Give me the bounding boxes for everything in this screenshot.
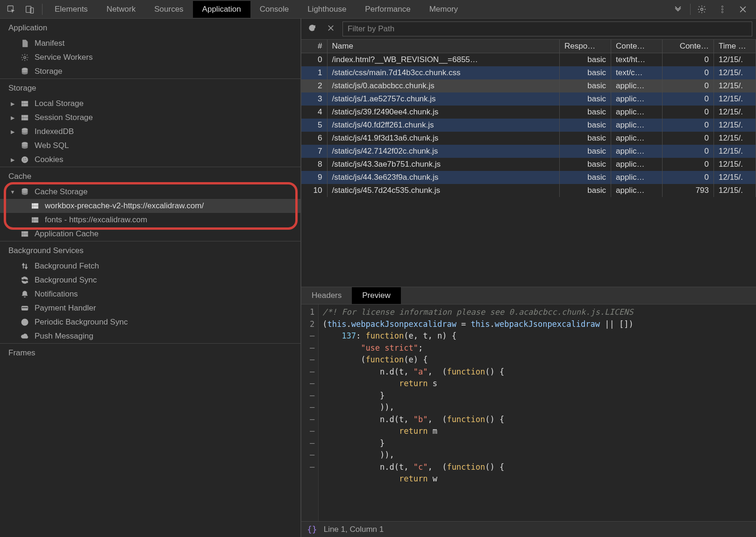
table-header[interactable]: # bbox=[301, 40, 327, 53]
filter-input[interactable] bbox=[342, 21, 752, 36]
panel-tab-sources[interactable]: Sources bbox=[145, 1, 193, 18]
sidebar-item-label: fonts - https://excalidraw.com bbox=[45, 215, 147, 225]
settings-button[interactable] bbox=[693, 2, 710, 17]
sidebar-item-label: Cookies bbox=[35, 155, 63, 164]
inspect-element-button[interactable] bbox=[2, 2, 21, 17]
sidebar-item-indexeddb[interactable]: ▶IndexedDB bbox=[0, 125, 300, 139]
panel-tab-network[interactable]: Network bbox=[97, 1, 145, 18]
panel-tab-console[interactable]: Console bbox=[250, 1, 298, 18]
preview-pane: HeadersPreview 1 2 – – – – – – – – – – –… bbox=[301, 287, 756, 537]
svg-rect-26 bbox=[34, 204, 38, 206]
sidebar-item-label: Local Storage bbox=[35, 99, 84, 108]
device-toolbar-button[interactable] bbox=[21, 2, 39, 17]
sidebar-item-label: Cache Storage bbox=[35, 187, 87, 197]
section-storage: Storage bbox=[0, 78, 300, 97]
svg-rect-11 bbox=[21, 104, 23, 106]
more-tabs-button[interactable] bbox=[669, 2, 687, 17]
table-row[interactable]: 3/static/js/1.ae52757c.chunk.jsbasicappl… bbox=[301, 92, 756, 106]
sidebar-item-local-storage[interactable]: ▶Local Storage bbox=[0, 97, 300, 111]
code-viewer[interactable]: 1 2 – – – – – – – – – – – – /*! For lice… bbox=[301, 304, 756, 521]
panel-tab-memory[interactable]: Memory bbox=[420, 1, 467, 18]
table-header[interactable]: Conte… bbox=[611, 40, 663, 53]
sync-icon bbox=[20, 276, 30, 284]
svg-rect-31 bbox=[32, 220, 33, 223]
close-devtools-button[interactable] bbox=[735, 2, 751, 17]
table-row[interactable]: 9/static/js/44.3e623f9a.chunk.jsbasicapp… bbox=[301, 171, 756, 184]
svg-rect-29 bbox=[32, 218, 33, 220]
table-header[interactable]: Respo… bbox=[560, 40, 611, 53]
separator bbox=[42, 4, 43, 15]
sidebar-item-background-fetch[interactable]: ▶Background Fetch bbox=[0, 259, 300, 273]
svg-point-20 bbox=[23, 159, 24, 160]
svg-point-21 bbox=[25, 158, 26, 159]
table-header[interactable]: Time … bbox=[714, 40, 756, 53]
sidebar-item-session-storage[interactable]: ▶Session Storage bbox=[0, 111, 300, 125]
preview-tab-headers[interactable]: Headers bbox=[301, 287, 352, 304]
grid-icon bbox=[20, 113, 30, 122]
table-row[interactable]: 2/static/js/0.acabcbcc.chunk.jsbasicappl… bbox=[301, 79, 756, 92]
refresh-button[interactable] bbox=[305, 22, 319, 36]
pretty-print-button[interactable]: {} bbox=[307, 524, 317, 534]
table-header[interactable]: Name bbox=[327, 40, 560, 53]
code-gutter: 1 2 – – – – – – – – – – – – bbox=[301, 304, 319, 521]
table-row[interactable]: 7/static/js/42.7142f02c.chunk.jsbasicapp… bbox=[301, 145, 756, 158]
panel-tab-performance[interactable]: Performance bbox=[356, 1, 420, 18]
sidebar-item-label: Periodic Background Sync bbox=[35, 318, 128, 327]
svg-rect-10 bbox=[23, 101, 28, 104]
sidebar-item-web-sql[interactable]: ▶Web SQL bbox=[0, 139, 300, 153]
sidebar-item-cache-storage[interactable]: ▼Cache Storage bbox=[0, 185, 300, 199]
table-row[interactable]: 6/static/js/41.9f3d13a6.chunk.jsbasicapp… bbox=[301, 132, 756, 145]
database-icon bbox=[20, 141, 30, 150]
cloud-icon bbox=[20, 332, 30, 340]
code-status-bar: {} Line 1, Column 1 bbox=[301, 521, 756, 537]
sidebar-item-label: workbox-precache-v2-https://excalidraw.c… bbox=[45, 201, 204, 211]
preview-tab-preview[interactable]: Preview bbox=[352, 287, 400, 304]
panel-tab-application[interactable]: Application bbox=[193, 1, 250, 18]
sidebar-item-application-cache[interactable]: ▶Application Cache bbox=[0, 227, 300, 241]
table-row[interactable]: 0/index.html?__WB_REVISION__=6855…basict… bbox=[301, 53, 756, 67]
section-cache: Cache bbox=[0, 167, 300, 185]
sidebar-item-manifest[interactable]: ▶Manifest bbox=[0, 36, 300, 50]
svg-rect-12 bbox=[23, 104, 28, 106]
application-sidebar[interactable]: Application▶Manifest▶Service Workers▶Sto… bbox=[0, 19, 301, 537]
cache-detail-pane: #NameRespo…Conte…Conte…Time … 0/index.ht… bbox=[301, 19, 756, 537]
sidebar-item-cookies[interactable]: ▶Cookies bbox=[0, 153, 300, 167]
svg-point-22 bbox=[24, 160, 25, 161]
sidebar-item-label: Storage bbox=[35, 67, 63, 76]
database-icon bbox=[20, 67, 30, 76]
svg-rect-30 bbox=[34, 218, 38, 220]
cache-table[interactable]: #NameRespo…Conte…Conte…Time … 0/index.ht… bbox=[301, 40, 756, 287]
table-row[interactable]: 1/static/css/main.7d14b3cc.chunk.cssbasi… bbox=[301, 66, 756, 79]
sidebar-item-label: Service Workers bbox=[35, 53, 93, 62]
clock-icon bbox=[20, 318, 30, 326]
panel-tabs: ElementsNetworkSourcesApplicationConsole… bbox=[45, 1, 669, 18]
sidebar-item-push-messaging[interactable]: ▶Push Messaging bbox=[0, 329, 300, 343]
sidebar-item-periodic-background-sync[interactable]: ▶Periodic Background Sync bbox=[0, 315, 300, 329]
sidebar-item-label: Notifications bbox=[35, 290, 78, 299]
updown-icon bbox=[20, 262, 30, 270]
sidebar-item-background-sync[interactable]: ▶Background Sync bbox=[0, 273, 300, 287]
table-row[interactable]: 8/static/js/43.3ae7b751.chunk.jsbasicapp… bbox=[301, 158, 756, 171]
table-header[interactable]: Conte… bbox=[663, 40, 714, 53]
sidebar-item-payment-handler[interactable]: ▶Payment Handler bbox=[0, 301, 300, 315]
svg-rect-35 bbox=[21, 234, 23, 237]
panel-tab-lighthouse[interactable]: Lighthouse bbox=[298, 1, 356, 18]
sidebar-item-label: Session Storage bbox=[35, 113, 93, 122]
sidebar-item-storage[interactable]: ▶Storage bbox=[0, 64, 300, 78]
svg-rect-36 bbox=[23, 234, 28, 237]
sidebar-item-service-workers[interactable]: ▶Service Workers bbox=[0, 50, 300, 64]
svg-rect-9 bbox=[21, 101, 23, 104]
table-row[interactable]: 5/static/js/40.fd2ff261.chunk.jsbasicapp… bbox=[301, 119, 756, 132]
table-row[interactable]: 10/static/js/45.7d24c535.chunk.jsbasicap… bbox=[301, 184, 756, 197]
panel-tab-elements[interactable]: Elements bbox=[45, 1, 97, 18]
sidebar-item-notifications[interactable]: ▶Notifications bbox=[0, 287, 300, 301]
grid-icon bbox=[20, 99, 30, 108]
cache-filter-bar bbox=[301, 19, 756, 40]
delete-entry-button[interactable] bbox=[324, 22, 338, 36]
svg-rect-34 bbox=[23, 232, 28, 234]
kebab-menu-button[interactable] bbox=[714, 2, 731, 17]
sidebar-item-cache-workbox-precache-v2-https-excalidraw-com-[interactable]: ▶workbox-precache-v2-https://excalidraw.… bbox=[0, 199, 300, 213]
cursor-position: Line 1, Column 1 bbox=[324, 525, 384, 534]
table-row[interactable]: 4/static/js/39.f2490ee4.chunk.jsbasicapp… bbox=[301, 106, 756, 119]
sidebar-item-cache-fonts[interactable]: ▶fonts - https://excalidraw.com bbox=[0, 213, 300, 227]
